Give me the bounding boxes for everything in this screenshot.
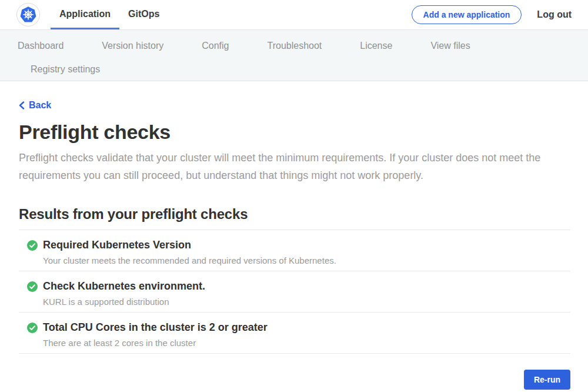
rerun-button[interactable]: Re-run	[524, 370, 570, 390]
footer-actions: Re-run	[19, 370, 570, 390]
preflight-result-row: Check Kubernetes environment. KURL is a …	[19, 271, 570, 312]
top-nav: Application GitOps Add a new application…	[0, 0, 588, 30]
results-heading: Results from your preflight checks	[19, 206, 570, 222]
subnav-item-version-history[interactable]: Version history	[102, 40, 163, 52]
preflight-results-list: Required Kubernetes Version Your cluster…	[19, 230, 570, 354]
check-title: Total CPU Cores in the cluster is 2 or g…	[43, 321, 268, 334]
check-title: Check Kubernetes environment.	[43, 280, 205, 293]
check-title-row: Required Kubernetes Version	[27, 239, 570, 251]
app-subnav: Dashboard Version history Config Trouble…	[0, 30, 588, 81]
back-link[interactable]: Back	[19, 100, 51, 111]
check-description: There are at least 2 cores in the cluste…	[43, 338, 570, 348]
check-description: KURL is a supported distribution	[43, 297, 570, 307]
subnav-row-1: Dashboard Version history Config Trouble…	[18, 40, 588, 52]
back-link-label: Back	[29, 100, 51, 111]
page-title: Preflight checks	[19, 121, 570, 144]
preflight-page: Back Preflight checks Preflight checks v…	[0, 81, 588, 390]
check-description: Your cluster meets the recommended and r…	[43, 255, 570, 265]
top-nav-actions: Add a new application Log out	[412, 5, 572, 24]
kubernetes-helm-icon	[19, 6, 37, 24]
success-check-icon	[27, 240, 38, 251]
check-title-row: Total CPU Cores in the cluster is 2 or g…	[27, 321, 570, 334]
subnav-item-registry-settings[interactable]: Registry settings	[31, 64, 100, 74]
success-check-icon	[27, 281, 38, 292]
subnav-row-2: Registry settings	[31, 64, 588, 75]
check-title: Required Kubernetes Version	[43, 239, 191, 251]
tab-application[interactable]: Application	[51, 0, 119, 29]
add-new-application-button[interactable]: Add a new application	[412, 5, 522, 24]
subnav-item-view-files[interactable]: View files	[430, 40, 470, 52]
primary-tabs: Application GitOps	[51, 0, 168, 29]
subnav-item-troubleshoot[interactable]: Troubleshoot	[267, 40, 322, 52]
preflight-result-row: Total CPU Cores in the cluster is 2 or g…	[19, 312, 570, 353]
subnav-item-dashboard[interactable]: Dashboard	[18, 40, 64, 52]
page-description: Preflight checks validate that your clus…	[19, 149, 560, 184]
kubernetes-logo	[16, 3, 40, 26]
subnav-item-license[interactable]: License	[360, 40, 392, 52]
success-check-icon	[27, 323, 38, 333]
chevron-left-icon	[19, 101, 25, 109]
check-title-row: Check Kubernetes environment.	[27, 280, 570, 293]
logout-link[interactable]: Log out	[537, 9, 572, 20]
tab-gitops[interactable]: GitOps	[119, 0, 168, 29]
subnav-item-config[interactable]: Config	[202, 40, 229, 52]
preflight-result-row: Required Kubernetes Version Your cluster…	[19, 230, 570, 271]
